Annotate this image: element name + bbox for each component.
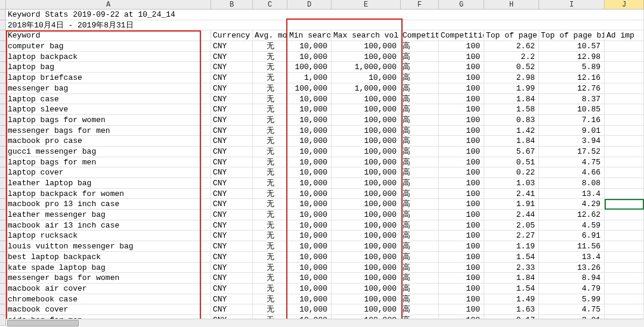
cell[interactable]: 无 [253,126,287,136]
cell[interactable]: 12.98 [539,52,605,63]
row-header[interactable] [0,304,6,315]
cell[interactable]: 2.98 [484,73,539,83]
cell[interactable]: 100 [439,41,484,52]
cell[interactable]: 100 [439,189,484,200]
cell[interactable]: 10,000 [287,304,332,315]
cell[interactable]: laptop bag [6,62,211,73]
cell[interactable]: Keyword [6,30,211,41]
cell[interactable]: 无 [253,83,287,94]
cell[interactable]: 100 [439,52,484,63]
cell[interactable]: 高 [401,273,439,284]
row-header[interactable] [0,263,6,273]
cell[interactable]: CNY [211,284,253,294]
cell[interactable]: CNY [211,294,253,305]
cell[interactable]: CNY [211,189,253,200]
cell[interactable]: 100,000 [332,294,401,305]
cell[interactable]: 100 [439,252,484,263]
cell[interactable]: 8.08 [539,178,605,189]
cell[interactable] [605,284,644,294]
cell[interactable] [605,126,644,136]
cell[interactable] [605,41,644,52]
cell[interactable]: Ad imp [605,30,644,41]
cell[interactable]: laptop case [6,94,211,105]
row-header[interactable] [0,126,6,136]
cell[interactable] [605,115,644,126]
cell[interactable]: 1.63 [484,304,539,315]
cell[interactable]: 0.51 [484,157,539,168]
cell[interactable]: 2.2 [484,52,539,63]
cell[interactable]: CNY [211,147,253,157]
cell[interactable]: 2.33 [484,263,539,273]
cell[interactable]: 13.26 [539,263,605,273]
cell[interactable]: 无 [253,104,287,115]
cell[interactable]: 10,000 [287,147,332,157]
cell[interactable]: 10,000 [287,178,332,189]
row-header[interactable] [0,73,6,83]
cell[interactable] [605,52,644,63]
cell[interactable]: 高 [401,199,439,210]
cell[interactable]: CNY [211,263,253,273]
cell[interactable]: 100 [439,147,484,157]
cell[interactable]: 无 [253,147,287,157]
cell[interactable]: 10,000 [287,126,332,136]
col-header-D[interactable]: D [287,0,332,10]
cell[interactable]: 100,000 [332,147,401,157]
cell[interactable]: 高 [401,231,439,241]
cell[interactable]: Min search [287,30,332,41]
cell[interactable]: 100,000 [332,231,401,241]
horizontal-scrollbar[interactable] [6,319,644,327]
cell[interactable]: 4.75 [539,304,605,315]
row-header[interactable] [0,30,6,41]
cell[interactable]: CNY [211,199,253,210]
cell[interactable]: 1.19 [484,241,539,252]
cell[interactable]: 高 [401,147,439,157]
cell[interactable]: macbook cover [6,304,211,315]
cell[interactable]: laptop cover [6,167,211,178]
cell[interactable] [605,94,644,105]
cell[interactable]: laptop sleeve [6,104,211,115]
cell[interactable]: laptop backpack [6,52,211,63]
cell[interactable]: CNY [211,178,253,189]
cell[interactable]: CNY [211,126,253,136]
cell[interactable]: 100,000 [332,273,401,284]
row-header[interactable] [0,136,6,147]
cell[interactable]: Competition [439,30,484,41]
cell[interactable]: 100,000 [332,199,401,210]
cell[interactable]: 100 [439,263,484,273]
cell[interactable]: CNY [211,220,253,231]
cell[interactable]: 100,000 [332,210,401,220]
cell[interactable]: 1.03 [484,178,539,189]
row-header[interactable] [0,115,6,126]
cell[interactable]: 12.16 [539,73,605,83]
col-header-J[interactable]: J [605,0,644,10]
cell[interactable]: 1.49 [484,294,539,305]
cell[interactable]: 100 [439,157,484,168]
cell[interactable] [605,220,644,231]
cell[interactable]: 10.85 [539,104,605,115]
row-header[interactable] [0,199,6,210]
cell[interactable]: 100 [439,199,484,210]
cell[interactable]: 1.84 [484,136,539,147]
cell[interactable]: 100,000 [332,126,401,136]
row-header[interactable] [0,273,6,284]
cell[interactable]: 无 [253,284,287,294]
cell[interactable]: leather laptop bag [6,178,211,189]
cell[interactable] [605,136,644,147]
cell[interactable]: CNY [211,136,253,147]
cell[interactable]: 9.01 [539,126,605,136]
cell[interactable]: 6.91 [539,231,605,241]
cell[interactable]: messenger bag [6,83,211,94]
cell[interactable]: Top of page bid [539,30,605,41]
cell[interactable]: 高 [401,167,439,178]
cell[interactable]: laptop briefcase [6,73,211,83]
cell[interactable] [605,83,644,94]
cell[interactable]: 13.4 [539,189,605,200]
cell[interactable] [605,104,644,115]
cell[interactable] [605,178,644,189]
cell[interactable]: 100 [439,220,484,231]
cell[interactable]: Avg. month [253,30,287,41]
cell[interactable]: 高 [401,104,439,115]
cell[interactable]: Max search vol [332,30,401,41]
cell[interactable] [605,231,644,241]
cell[interactable]: 100,000 [332,263,401,273]
